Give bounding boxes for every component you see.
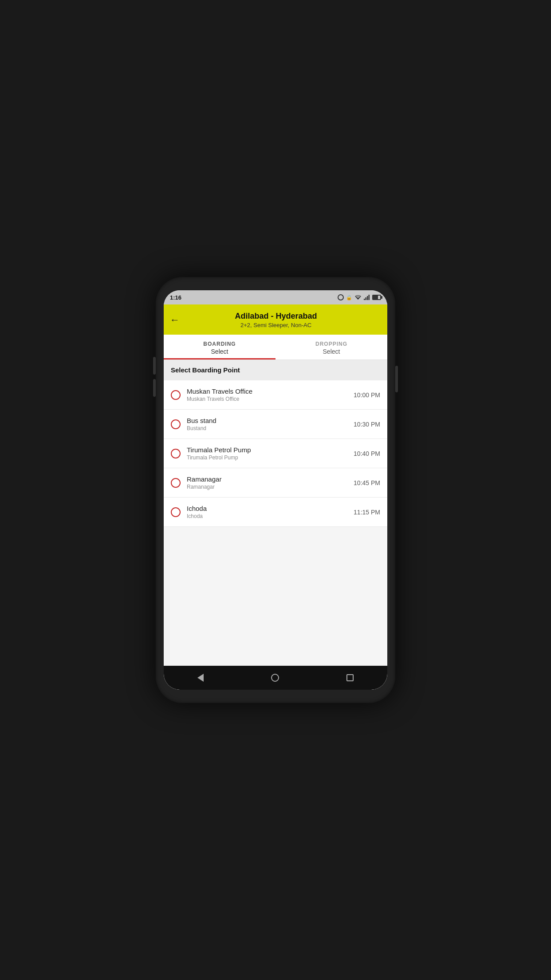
item-sub-tirumala: Tirumala Petrol Pump: [187, 454, 354, 461]
item-info-tirumala: Tirumala Petrol Pump Tirumala Petrol Pum…: [187, 446, 354, 461]
boarding-item-ramanagar[interactable]: Ramanagar Ramanagar 10:45 PM: [164, 468, 387, 498]
item-time-tirumala: 10:40 PM: [354, 450, 380, 457]
boarding-item-muskan[interactable]: Muskan Travels Office Muskan Travels Off…: [164, 380, 387, 410]
app-bar: ← Adilabad - Hyderabad 2+2, Semi Sleeper…: [164, 304, 387, 335]
svg-rect-1: [366, 297, 367, 300]
tab-boarding[interactable]: BOARDING Select: [164, 335, 276, 360]
item-sub-ramanagar: Ramanagar: [187, 484, 354, 490]
boarding-item-bus-stand[interactable]: Bus stand Bustand 10:30 PM: [164, 410, 387, 439]
battery-icon: [372, 295, 381, 300]
boarding-tab-value: Select: [164, 348, 276, 355]
nav-home-icon: [271, 674, 279, 682]
notification-icon: [338, 294, 344, 300]
dropping-tab-value: Select: [276, 348, 387, 355]
item-time-muskan: 10:00 PM: [354, 391, 380, 399]
nav-back-button[interactable]: [197, 674, 204, 682]
svg-rect-2: [367, 296, 368, 300]
radio-tirumala[interactable]: [171, 449, 181, 458]
radio-bus-stand[interactable]: [171, 419, 181, 429]
boarding-item-tirumala[interactable]: Tirumala Petrol Pump Tirumala Petrol Pum…: [164, 439, 387, 468]
radio-ichoda[interactable]: [171, 507, 181, 517]
radio-ramanagar[interactable]: [171, 478, 181, 488]
svg-rect-3: [369, 295, 370, 300]
item-name-muskan: Muskan Travels Office: [187, 387, 354, 395]
item-name-ichoda: Ichoda: [187, 505, 354, 512]
phone-shell: 1:16 🔒: [156, 277, 395, 703]
item-name-tirumala: Tirumala Petrol Pump: [187, 446, 354, 454]
nav-recents-icon: [346, 674, 354, 681]
item-info-bus-stand: Bus stand Bustand: [187, 417, 354, 431]
tab-dropping[interactable]: DROPPING Select: [276, 335, 387, 360]
nav-recents-button[interactable]: [346, 674, 354, 681]
bus-type: 2+2, Semi Sleeper, Non-AC: [184, 322, 368, 328]
item-sub-ichoda: Ichoda: [187, 513, 354, 519]
screen: 1:16 🔒: [164, 290, 387, 690]
status-bar: 1:16 🔒: [164, 290, 387, 304]
wifi-icon: [354, 295, 362, 300]
dropping-tab-label: DROPPING: [276, 341, 387, 347]
radio-muskan[interactable]: [171, 390, 181, 400]
item-name-bus-stand: Bus stand: [187, 417, 354, 424]
volume-up-button[interactable]: [153, 357, 156, 375]
section-title: Select Boarding Point: [171, 366, 240, 374]
boarding-tab-label: BOARDING: [164, 341, 276, 347]
item-time-bus-stand: 10:30 PM: [354, 421, 380, 428]
signal-icon: [364, 295, 370, 300]
status-time: 1:16: [170, 294, 181, 301]
item-info-ramanagar: Ramanagar Ramanagar: [187, 475, 354, 490]
content: Select Boarding Point Muskan Travels Off…: [164, 360, 387, 666]
lock-icon: 🔒: [346, 295, 352, 300]
item-info-muskan: Muskan Travels Office Muskan Travels Off…: [187, 387, 354, 402]
boarding-item-ichoda[interactable]: Ichoda Ichoda 11:15 PM: [164, 498, 387, 527]
volume-down-button[interactable]: [153, 379, 156, 397]
power-button[interactable]: [395, 366, 398, 392]
boarding-list: Muskan Travels Office Muskan Travels Off…: [164, 380, 387, 527]
app-bar-title: Adilabad - Hyderabad 2+2, Semi Sleeper, …: [184, 312, 368, 328]
route-title: Adilabad - Hyderabad: [184, 312, 368, 321]
nav-back-icon: [197, 674, 204, 682]
item-name-ramanagar: Ramanagar: [187, 475, 354, 483]
item-time-ichoda: 11:15 PM: [354, 509, 380, 516]
item-sub-muskan: Muskan Travels Office: [187, 396, 354, 402]
item-sub-bus-stand: Bustand: [187, 425, 354, 431]
bottom-nav: [164, 666, 387, 690]
item-info-ichoda: Ichoda Ichoda: [187, 505, 354, 519]
item-time-ramanagar: 10:45 PM: [354, 479, 380, 486]
tabs: BOARDING Select DROPPING Select: [164, 335, 387, 360]
back-button[interactable]: ←: [170, 314, 180, 326]
status-icons: 🔒: [338, 294, 381, 300]
svg-rect-0: [364, 299, 365, 300]
nav-home-button[interactable]: [271, 674, 279, 682]
section-header: Select Boarding Point: [164, 360, 387, 380]
